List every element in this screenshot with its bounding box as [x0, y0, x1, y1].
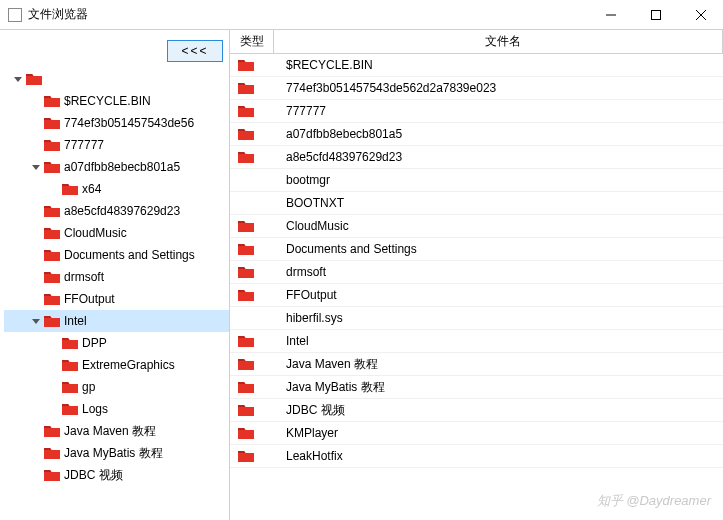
- table-row[interactable]: $RECYCLE.BIN: [230, 54, 723, 77]
- table-row[interactable]: JDBC 视频: [230, 399, 723, 422]
- folder-icon: [238, 59, 254, 71]
- tree-item[interactable]: a8e5cfd48397629d23: [4, 200, 229, 222]
- folder-icon: [238, 220, 254, 232]
- table-row[interactable]: 777777: [230, 100, 723, 123]
- cell-type: [230, 358, 274, 370]
- cell-type: [230, 59, 274, 71]
- folder-icon: [44, 161, 60, 173]
- table-row[interactable]: BOOTNXT: [230, 192, 723, 215]
- close-button[interactable]: [678, 0, 723, 29]
- tree-item[interactable]: CloudMusic: [4, 222, 229, 244]
- column-header-name[interactable]: 文件名: [274, 30, 723, 53]
- cell-type: [230, 335, 274, 347]
- table-row[interactable]: CloudMusic: [230, 215, 723, 238]
- folder-icon: [44, 227, 60, 239]
- table-row[interactable]: bootmgr: [230, 169, 723, 192]
- column-header-type[interactable]: 类型: [230, 30, 274, 53]
- expander-icon[interactable]: [30, 317, 42, 325]
- table-row[interactable]: hiberfil.sys: [230, 307, 723, 330]
- tree-item-label: DPP: [82, 336, 107, 350]
- tree-item-label: ExtremeGraphics: [82, 358, 175, 372]
- table-row[interactable]: drmsoft: [230, 261, 723, 284]
- expander-icon[interactable]: [30, 163, 42, 171]
- folder-icon: [238, 82, 254, 94]
- tree-item-label: Java Maven 教程: [64, 423, 156, 440]
- folder-icon: [238, 128, 254, 140]
- folder-icon: [238, 450, 254, 462]
- table-row[interactable]: Java MyBatis 教程: [230, 376, 723, 399]
- tree-item[interactable]: gp: [4, 376, 229, 398]
- table-row[interactable]: a07dfbb8ebecb801a5: [230, 123, 723, 146]
- folder-icon: [44, 315, 60, 327]
- tree-item-label: Java MyBatis 教程: [64, 445, 163, 462]
- cell-name: BOOTNXT: [274, 196, 723, 210]
- table-body[interactable]: $RECYCLE.BIN774ef3b051457543de562d2a7839…: [230, 54, 723, 520]
- cell-type: [230, 105, 274, 117]
- table-row[interactable]: FFOutput: [230, 284, 723, 307]
- folder-icon: [44, 205, 60, 217]
- tree-item[interactable]: Documents and Settings: [4, 244, 229, 266]
- tree-item[interactable]: Logs: [4, 398, 229, 420]
- table-row[interactable]: Intel: [230, 330, 723, 353]
- cell-name: a07dfbb8ebecb801a5: [274, 127, 723, 141]
- cell-name: 777777: [274, 104, 723, 118]
- table-row[interactable]: Documents and Settings: [230, 238, 723, 261]
- tree-item-label: FFOutput: [64, 292, 115, 306]
- folder-icon: [238, 335, 254, 347]
- minimize-button[interactable]: [588, 0, 633, 29]
- tree-item-label: Intel: [64, 314, 87, 328]
- cell-type: [230, 427, 274, 439]
- tree-item[interactable]: ExtremeGraphics: [4, 354, 229, 376]
- cell-name: CloudMusic: [274, 219, 723, 233]
- tree-item[interactable]: 777777: [4, 134, 229, 156]
- folder-icon: [238, 404, 254, 416]
- folder-icon: [44, 447, 60, 459]
- tree-item[interactable]: $RECYCLE.BIN: [4, 90, 229, 112]
- folder-icon: [238, 289, 254, 301]
- collapse-button[interactable]: <<<: [167, 40, 223, 62]
- tree-item-label: a8e5cfd48397629d23: [64, 204, 180, 218]
- tree-item[interactable]: 774ef3b051457543de56: [4, 112, 229, 134]
- cell-name: 774ef3b051457543de562d2a7839e023: [274, 81, 723, 95]
- table-row[interactable]: KMPlayer: [230, 422, 723, 445]
- tree-item[interactable]: x64: [4, 178, 229, 200]
- tree-item-label: 774ef3b051457543de56: [64, 116, 194, 130]
- tree-item[interactable]: [4, 68, 229, 90]
- tree-item[interactable]: Java Maven 教程: [4, 420, 229, 442]
- cell-type: [230, 243, 274, 255]
- folder-icon: [62, 359, 78, 371]
- cell-type: [230, 404, 274, 416]
- cell-type: [230, 266, 274, 278]
- tree-item-label: a07dfbb8ebecb801a5: [64, 160, 180, 174]
- cell-name: FFOutput: [274, 288, 723, 302]
- folder-icon: [238, 151, 254, 163]
- cell-name: KMPlayer: [274, 426, 723, 440]
- folder-icon: [44, 271, 60, 283]
- expander-icon[interactable]: [12, 75, 24, 83]
- tree-item[interactable]: FFOutput: [4, 288, 229, 310]
- svg-rect-1: [651, 10, 660, 19]
- tree-item[interactable]: DPP: [4, 332, 229, 354]
- folder-icon: [62, 337, 78, 349]
- table-row[interactable]: 774ef3b051457543de562d2a7839e023: [230, 77, 723, 100]
- folder-tree[interactable]: $RECYCLE.BIN774ef3b051457543de56777777a0…: [0, 68, 229, 520]
- cell-name: JDBC 视频: [274, 402, 723, 419]
- folder-icon: [62, 403, 78, 415]
- tree-item-label: Documents and Settings: [64, 248, 195, 262]
- maximize-button[interactable]: [633, 0, 678, 29]
- table-row[interactable]: Java Maven 教程: [230, 353, 723, 376]
- tree-item[interactable]: a07dfbb8ebecb801a5: [4, 156, 229, 178]
- table-row[interactable]: LeakHotfix: [230, 445, 723, 468]
- tree-item[interactable]: Java MyBatis 教程: [4, 442, 229, 464]
- tree-item-label: Logs: [82, 402, 108, 416]
- folder-icon: [238, 381, 254, 393]
- app-icon: [8, 8, 22, 22]
- tree-item[interactable]: JDBC 视频: [4, 464, 229, 486]
- table-row[interactable]: a8e5cfd48397629d23: [230, 146, 723, 169]
- folder-icon: [44, 469, 60, 481]
- folder-icon: [238, 358, 254, 370]
- titlebar: 文件浏览器: [0, 0, 723, 30]
- tree-item[interactable]: Intel: [4, 310, 229, 332]
- cell-type: [230, 381, 274, 393]
- tree-item[interactable]: drmsoft: [4, 266, 229, 288]
